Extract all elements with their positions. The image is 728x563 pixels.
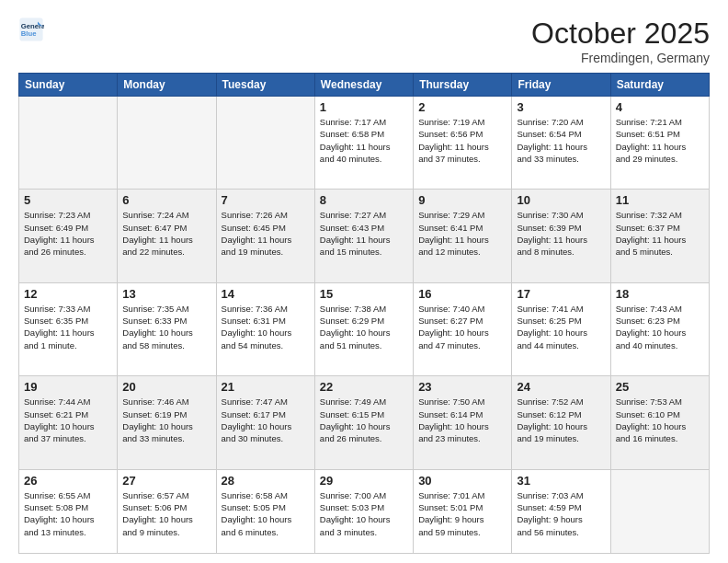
day-number: 18	[616, 287, 704, 301]
day-info: Sunrise: 7:32 AM Sunset: 6:37 PM Dayligh…	[616, 209, 704, 258]
day-number: 23	[418, 380, 506, 394]
calendar-cell: 14Sunrise: 7:36 AM Sunset: 6:31 PM Dayli…	[216, 282, 314, 375]
day-number: 17	[517, 287, 605, 301]
calendar-cell: 2Sunrise: 7:19 AM Sunset: 6:56 PM Daylig…	[414, 97, 512, 190]
weekday-header-thursday: Thursday	[414, 74, 512, 97]
day-info: Sunrise: 7:20 AM Sunset: 6:54 PM Dayligh…	[517, 116, 605, 165]
header: General Blue October 2025 Fremdingen, Ge…	[18, 17, 710, 65]
calendar-cell: 3Sunrise: 7:20 AM Sunset: 6:54 PM Daylig…	[512, 97, 610, 190]
weekday-header-sunday: Sunday	[19, 74, 118, 97]
day-info: Sunrise: 7:40 AM Sunset: 6:27 PM Dayligh…	[418, 303, 506, 351]
calendar-cell: 28Sunrise: 6:58 AM Sunset: 5:05 PM Dayli…	[216, 469, 314, 553]
calendar-cell: 30Sunrise: 7:01 AM Sunset: 5:01 PM Dayli…	[414, 469, 512, 553]
calendar-cell: 31Sunrise: 7:03 AM Sunset: 4:59 PM Dayli…	[512, 469, 610, 553]
calendar-cell: 13Sunrise: 7:35 AM Sunset: 6:33 PM Dayli…	[118, 282, 216, 375]
day-number: 26	[24, 474, 112, 488]
day-number: 25	[616, 380, 704, 394]
location: Fremdingen, Germany	[531, 51, 710, 65]
day-number: 10	[517, 193, 605, 207]
day-info: Sunrise: 7:24 AM Sunset: 6:47 PM Dayligh…	[122, 209, 210, 258]
weekday-header-friday: Friday	[512, 74, 610, 97]
calendar-cell	[610, 469, 709, 553]
day-info: Sunrise: 6:55 AM Sunset: 5:08 PM Dayligh…	[24, 489, 112, 538]
calendar-cell	[118, 97, 216, 190]
calendar-cell: 1Sunrise: 7:17 AM Sunset: 6:58 PM Daylig…	[314, 97, 413, 190]
day-info: Sunrise: 7:19 AM Sunset: 6:56 PM Dayligh…	[418, 116, 506, 165]
weekday-header-saturday: Saturday	[610, 74, 709, 97]
day-number: 14	[222, 287, 310, 301]
day-number: 15	[320, 287, 408, 301]
calendar-cell: 4Sunrise: 7:21 AM Sunset: 6:51 PM Daylig…	[610, 97, 709, 190]
day-info: Sunrise: 7:01 AM Sunset: 5:01 PM Dayligh…	[418, 489, 506, 538]
day-number: 3	[517, 100, 605, 114]
day-info: Sunrise: 7:17 AM Sunset: 6:58 PM Dayligh…	[320, 116, 408, 165]
day-info: Sunrise: 7:49 AM Sunset: 6:15 PM Dayligh…	[320, 396, 408, 444]
calendar-cell: 18Sunrise: 7:43 AM Sunset: 6:23 PM Dayli…	[610, 282, 709, 375]
day-number: 11	[616, 193, 704, 207]
day-info: Sunrise: 7:46 AM Sunset: 6:19 PM Dayligh…	[122, 396, 210, 444]
day-info: Sunrise: 7:52 AM Sunset: 6:12 PM Dayligh…	[517, 396, 605, 444]
weekday-header-row: SundayMondayTuesdayWednesdayThursdayFrid…	[19, 74, 710, 97]
day-number: 8	[320, 193, 408, 207]
day-number: 21	[222, 380, 310, 394]
calendar-cell: 23Sunrise: 7:50 AM Sunset: 6:14 PM Dayli…	[414, 376, 512, 469]
calendar-cell: 9Sunrise: 7:29 AM Sunset: 6:41 PM Daylig…	[414, 190, 512, 282]
calendar-cell: 22Sunrise: 7:49 AM Sunset: 6:15 PM Dayli…	[314, 376, 413, 469]
day-number: 29	[320, 474, 408, 488]
calendar-cell: 20Sunrise: 7:46 AM Sunset: 6:19 PM Dayli…	[118, 376, 216, 469]
day-info: Sunrise: 7:21 AM Sunset: 6:51 PM Dayligh…	[616, 116, 704, 165]
calendar-cell: 29Sunrise: 7:00 AM Sunset: 5:03 PM Dayli…	[314, 469, 413, 553]
page: General Blue October 2025 Fremdingen, Ge…	[0, 0, 728, 563]
calendar-cell: 25Sunrise: 7:53 AM Sunset: 6:10 PM Dayli…	[610, 376, 709, 469]
day-info: Sunrise: 7:00 AM Sunset: 5:03 PM Dayligh…	[320, 489, 408, 538]
calendar-cell: 7Sunrise: 7:26 AM Sunset: 6:45 PM Daylig…	[216, 190, 314, 282]
calendar-cell: 27Sunrise: 6:57 AM Sunset: 5:06 PM Dayli…	[118, 469, 216, 553]
month-title: October 2025	[531, 17, 710, 51]
calendar-cell: 10Sunrise: 7:30 AM Sunset: 6:39 PM Dayli…	[512, 190, 610, 282]
day-info: Sunrise: 7:41 AM Sunset: 6:25 PM Dayligh…	[517, 303, 605, 351]
day-number: 13	[122, 287, 210, 301]
day-info: Sunrise: 7:29 AM Sunset: 6:41 PM Dayligh…	[418, 209, 506, 258]
day-number: 16	[418, 287, 506, 301]
week-row-1: 1Sunrise: 7:17 AM Sunset: 6:58 PM Daylig…	[19, 97, 710, 190]
svg-text:General: General	[21, 22, 44, 30]
day-number: 9	[418, 193, 506, 207]
day-info: Sunrise: 7:47 AM Sunset: 6:17 PM Dayligh…	[222, 396, 310, 444]
day-number: 20	[122, 380, 210, 394]
day-number: 1	[320, 100, 408, 114]
day-info: Sunrise: 7:23 AM Sunset: 6:49 PM Dayligh…	[24, 209, 112, 258]
calendar-cell: 5Sunrise: 7:23 AM Sunset: 6:49 PM Daylig…	[19, 190, 118, 282]
week-row-2: 5Sunrise: 7:23 AM Sunset: 6:49 PM Daylig…	[19, 190, 710, 282]
day-number: 12	[24, 287, 112, 301]
day-info: Sunrise: 7:26 AM Sunset: 6:45 PM Dayligh…	[222, 209, 310, 258]
week-row-3: 12Sunrise: 7:33 AM Sunset: 6:35 PM Dayli…	[19, 282, 710, 375]
calendar-cell: 8Sunrise: 7:27 AM Sunset: 6:43 PM Daylig…	[314, 190, 413, 282]
calendar-cell: 21Sunrise: 7:47 AM Sunset: 6:17 PM Dayli…	[216, 376, 314, 469]
day-info: Sunrise: 7:44 AM Sunset: 6:21 PM Dayligh…	[24, 396, 112, 444]
day-info: Sunrise: 6:58 AM Sunset: 5:05 PM Dayligh…	[222, 489, 310, 538]
day-number: 7	[222, 193, 310, 207]
logo-icon: General Blue	[18, 17, 44, 42]
calendar-cell: 12Sunrise: 7:33 AM Sunset: 6:35 PM Dayli…	[19, 282, 118, 375]
weekday-header-wednesday: Wednesday	[314, 74, 413, 97]
title-area: October 2025 Fremdingen, Germany	[531, 17, 710, 65]
logo: General Blue	[18, 17, 44, 42]
day-number: 27	[122, 474, 210, 488]
day-number: 28	[222, 474, 310, 488]
day-number: 6	[122, 193, 210, 207]
calendar-cell: 15Sunrise: 7:38 AM Sunset: 6:29 PM Dayli…	[314, 282, 413, 375]
week-row-4: 19Sunrise: 7:44 AM Sunset: 6:21 PM Dayli…	[19, 376, 710, 469]
week-row-5: 26Sunrise: 6:55 AM Sunset: 5:08 PM Dayli…	[19, 469, 710, 553]
calendar-cell	[216, 97, 314, 190]
calendar-cell: 17Sunrise: 7:41 AM Sunset: 6:25 PM Dayli…	[512, 282, 610, 375]
day-info: Sunrise: 6:57 AM Sunset: 5:06 PM Dayligh…	[122, 489, 210, 538]
day-info: Sunrise: 7:27 AM Sunset: 6:43 PM Dayligh…	[320, 209, 408, 258]
day-number: 31	[517, 474, 605, 488]
day-info: Sunrise: 7:03 AM Sunset: 4:59 PM Dayligh…	[517, 489, 605, 538]
day-number: 24	[517, 380, 605, 394]
calendar-cell: 24Sunrise: 7:52 AM Sunset: 6:12 PM Dayli…	[512, 376, 610, 469]
day-info: Sunrise: 7:43 AM Sunset: 6:23 PM Dayligh…	[616, 303, 704, 351]
day-info: Sunrise: 7:30 AM Sunset: 6:39 PM Dayligh…	[517, 209, 605, 258]
day-info: Sunrise: 7:36 AM Sunset: 6:31 PM Dayligh…	[222, 303, 310, 351]
day-info: Sunrise: 7:38 AM Sunset: 6:29 PM Dayligh…	[320, 303, 408, 351]
